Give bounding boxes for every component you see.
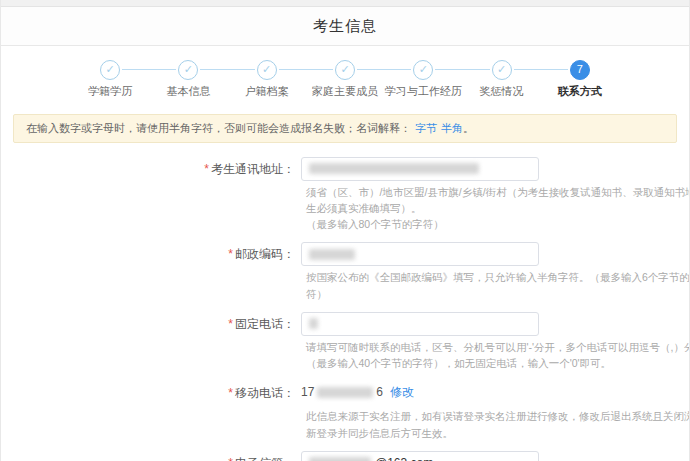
mobile-help-text: 此信息来源于实名注册，如有误请登录实名注册进行修改，修改后退出系统且关闭浏览器重…: [306, 408, 690, 441]
postcode-input[interactable]: [301, 242, 539, 266]
step-label: 基本信息: [149, 84, 227, 99]
redacted-postcode-value: [309, 249, 355, 260]
step-done-check-icon: ✓: [413, 60, 433, 80]
step-xueji-xueli[interactable]: ✓ 学籍学历: [71, 59, 149, 99]
mobile-label: *移动电话：: [1, 381, 301, 405]
step-label: 家庭主要成员: [306, 84, 384, 99]
step-label: 学籍学历: [71, 84, 149, 99]
contact-info-form: *考生通讯地址： 须省（区、市）/地市区盟/县市旗/乡镇/街村（为考生接收复试通…: [1, 157, 689, 461]
address-row: *考生通讯地址：: [1, 157, 689, 181]
step-label: 奖惩情况: [462, 84, 540, 99]
address-input[interactable]: [301, 157, 539, 181]
landline-help-text: 请填写可随时联系的电话，区号、分机号可以用'-'分开，多个电话可以用逗号（,）分…: [306, 339, 690, 372]
mobile-value: 17 6 修改: [301, 381, 414, 403]
required-asterisk: *: [228, 386, 233, 400]
step-label: 学习与工作经历: [384, 84, 462, 99]
landline-row: *固定电话：: [1, 312, 689, 336]
postcode-help-text: 按国家公布的《全国邮政编码》填写，只允许输入半角字符。（最多输入6个字节的半角字…: [306, 269, 690, 302]
step-done-check-icon: ✓: [100, 60, 120, 80]
landline-input[interactable]: [301, 312, 539, 336]
warning-text: 在输入数字或字母时，请使用半角字符，否则可能会造成报名失败；名词解释：: [26, 122, 411, 134]
mobile-suffix: 6: [376, 381, 383, 403]
email-input[interactable]: @163.com: [301, 451, 539, 461]
top-strip: [1, 0, 689, 7]
required-asterisk: *: [228, 317, 233, 331]
address-label: *考生通讯地址：: [1, 157, 301, 181]
step-label: 联系方式: [541, 84, 619, 99]
required-asterisk: *: [228, 456, 233, 461]
email-label: *电子信箱：: [1, 451, 301, 461]
redacted-landline-value: [309, 318, 318, 329]
byte-definition-link[interactable]: 字节: [415, 122, 437, 134]
modify-mobile-link[interactable]: 修改: [390, 381, 414, 403]
step-huji-dangan[interactable]: ✓ 户籍档案: [228, 59, 306, 99]
postcode-label: *邮政编码：: [1, 242, 301, 266]
title-bar: 考生信息: [1, 7, 689, 46]
step-xuexi-gongzuo-jingli[interactable]: ✓ 学习与工作经历: [384, 59, 462, 99]
mobile-prefix: 17: [301, 381, 314, 403]
step-done-check-icon: ✓: [492, 60, 512, 80]
step-label: 户籍档案: [228, 84, 306, 99]
email-domain: @163.com: [375, 456, 433, 461]
address-help-text: 须省（区、市）/地市区盟/县市旗/乡镇/街村（为考生接收复试通知书、录取通知书地…: [306, 184, 690, 233]
halfwidth-warning-banner: 在输入数字或字母时，请使用半角字符，否则可能会造成报名失败；名词解释：字节半角。: [13, 114, 677, 143]
step-lianxi-fangshi-current[interactable]: 7 联系方式: [541, 59, 619, 99]
warning-period: 。: [463, 122, 474, 134]
email-row: *电子信箱： @163.com: [1, 451, 689, 461]
halfwidth-definition-link[interactable]: 半角: [441, 122, 463, 134]
step-progress-bar: ✓ 学籍学历 ✓ 基本信息 ✓ 户籍档案 ✓ 家庭主要成员 ✓ 学习与工作经历 …: [71, 59, 619, 99]
mobile-row: *移动电话： 17 6 修改: [1, 381, 689, 405]
step-done-check-icon: ✓: [335, 60, 355, 80]
redacted-address-value: [309, 163, 479, 174]
postcode-row: *邮政编码：: [1, 242, 689, 266]
step-done-check-icon: ✓: [178, 60, 198, 80]
redacted-mobile-digits: [317, 387, 373, 398]
redacted-email-user: [309, 457, 371, 461]
step-done-check-icon: ✓: [257, 60, 277, 80]
landline-label: *固定电话：: [1, 312, 301, 336]
step-current-number-badge: 7: [570, 60, 590, 80]
step-jiating-chengyuan[interactable]: ✓ 家庭主要成员: [306, 59, 384, 99]
page-title: 考生信息: [313, 17, 377, 36]
required-asterisk: *: [204, 162, 209, 176]
step-jiangcheng-qingkuang[interactable]: ✓ 奖惩情况: [462, 59, 540, 99]
required-asterisk: *: [228, 247, 233, 261]
step-jiben-xinxi[interactable]: ✓ 基本信息: [149, 59, 227, 99]
